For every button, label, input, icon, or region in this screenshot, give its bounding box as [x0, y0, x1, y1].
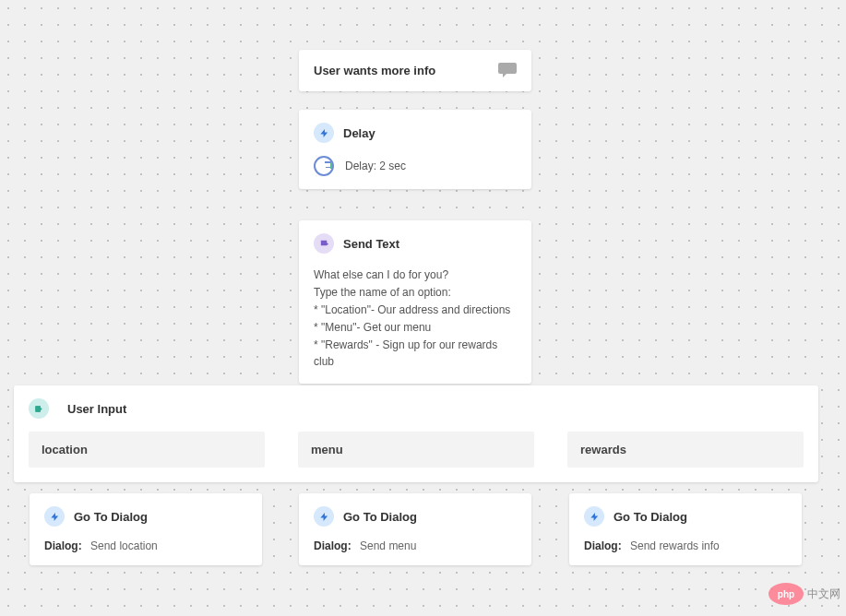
bolt-icon — [44, 506, 65, 527]
goto-header: Go To Dialog — [299, 493, 531, 539]
sendtext-card[interactable]: Send Text What else can I do for you? Ty… — [299, 220, 531, 384]
delay-title: Delay — [343, 126, 375, 140]
trigger-card[interactable]: User wants more info — [299, 50, 531, 91]
userinput-option-menu[interactable]: menu — [298, 432, 534, 468]
goto-dialog-card-location[interactable]: Go To Dialog Dialog: Send location — [30, 493, 262, 565]
sendtext-line: * "Menu"- Get our menu — [314, 319, 517, 336]
bolt-icon — [314, 123, 334, 143]
goto-dialog-card-menu[interactable]: Go To Dialog Dialog: Send menu — [299, 493, 531, 565]
goto-body: Dialog: Send menu — [299, 539, 531, 552]
goto-body: Dialog: Send rewards info — [569, 539, 802, 552]
goto-label: Dialog: — [584, 539, 622, 552]
goto-header: Go To Dialog — [30, 493, 262, 539]
sendtext-line: What else can I do for you? — [314, 267, 517, 283]
bolt-icon — [314, 506, 334, 527]
sendtext-line: * "Location"- Our address and directions — [314, 302, 517, 318]
delay-value: Delay: 2 sec — [345, 160, 406, 172]
goto-label: Dialog: — [44, 539, 82, 552]
userinput-card[interactable]: User Input location menu rewards — [14, 385, 818, 482]
sendtext-body: What else can I do for you? Type the nam… — [299, 267, 531, 370]
watermark-text: 中文网 — [807, 586, 840, 602]
goto-title: Go To Dialog — [74, 510, 148, 524]
delay-header: Delay — [299, 110, 531, 156]
userinput-option-location[interactable]: location — [29, 432, 265, 468]
userinput-title: User Input — [67, 402, 126, 416]
goto-value: Send menu — [360, 539, 416, 552]
input-icon — [29, 398, 49, 419]
goto-body: Dialog: Send location — [30, 539, 262, 552]
delay-card[interactable]: Delay Delay: 2 sec — [299, 110, 531, 189]
goto-title: Go To Dialog — [614, 510, 687, 524]
bolt-icon — [584, 506, 604, 527]
trigger-title: User wants more info — [314, 64, 435, 77]
delay-body: Delay: 2 sec — [299, 156, 531, 189]
sendtext-line: Type the name of an option: — [314, 284, 517, 301]
send-icon — [314, 233, 334, 254]
sendtext-header: Send Text — [299, 220, 531, 267]
clock-icon — [314, 156, 334, 176]
goto-value: Send location — [90, 539, 158, 552]
sendtext-title: Send Text — [343, 237, 399, 251]
chat-icon — [498, 61, 517, 81]
userinput-header: User Input — [29, 398, 804, 419]
goto-header: Go To Dialog — [569, 493, 802, 539]
userinput-options: location menu rewards — [29, 432, 804, 468]
watermark: php 中文网 — [769, 583, 840, 605]
goto-title: Go To Dialog — [343, 510, 417, 524]
watermark-badge: php — [769, 583, 804, 605]
userinput-option-rewards[interactable]: rewards — [567, 432, 804, 468]
sendtext-line: * "Rewards" - Sign up for our rewards cl… — [314, 337, 517, 370]
goto-value: Send rewards info — [630, 539, 720, 552]
goto-dialog-card-rewards[interactable]: Go To Dialog Dialog: Send rewards info — [569, 493, 802, 565]
goto-label: Dialog: — [314, 539, 352, 552]
